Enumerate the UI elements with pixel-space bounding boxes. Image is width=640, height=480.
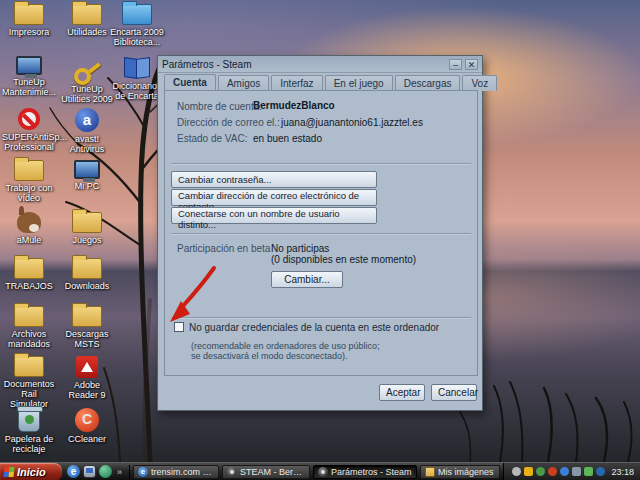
no-save-credentials-label: No guardar credenciales de la cuenta en … (189, 322, 439, 333)
change-password-button[interactable]: Cambiar contraseña... (171, 171, 377, 188)
desktop: Impresora Utilidades Encarta 2009 Biblio… (0, 0, 640, 480)
avast-icon (75, 108, 99, 132)
desktop-icon-trabajos[interactable]: TRABAJOS (2, 258, 56, 291)
windows-flag-icon (3, 467, 14, 477)
dialog-titlebar[interactable]: Parámetros - Steam – ✕ (158, 56, 482, 73)
tab-amigos[interactable]: Amigos (218, 75, 269, 91)
icon-label: Downloads (60, 281, 114, 291)
tray-clock-sync-icon[interactable] (560, 467, 569, 476)
taskbar-window-label: trensim.com - Ver T... (151, 467, 214, 477)
tab-voz[interactable]: Voz (462, 75, 497, 91)
beta-change-button[interactable]: Cambiar... (271, 271, 343, 288)
internet-explorer-icon: e (138, 467, 148, 477)
settings-tabs: Cuenta Amigos Interfaz En el juego Desca… (164, 75, 497, 91)
email-label: Dirección de correo el.: (177, 117, 280, 128)
folder-icon (72, 4, 102, 25)
login-different-user-button[interactable]: Conectarse con un nombre de usuario dist… (171, 207, 377, 224)
desktop-icon-ccleaner[interactable]: CCleaner (60, 408, 114, 444)
icon-label: TuneUp Mantenimie... (2, 77, 56, 97)
taskbar-window-steam-main[interactable]: STEAM - Bermudez... (222, 465, 310, 479)
cancel-button[interactable]: Cancelar (431, 384, 477, 401)
desktop-icon-downloads[interactable]: Downloads (60, 258, 114, 291)
desktop-icon-impresora[interactable]: Impresora (2, 4, 56, 37)
icon-label: Diccionarios de Encarta (110, 81, 164, 101)
tray-shield-icon[interactable] (524, 467, 533, 476)
minimize-icon[interactable]: – (449, 59, 462, 70)
tray-icon[interactable] (536, 467, 545, 476)
desktop-icon-descargas-msts[interactable]: Descargas MSTS (60, 306, 114, 349)
system-tray: 23:18 (503, 463, 640, 480)
steam-icon (227, 467, 237, 477)
desktop-icon-trabajo-video[interactable]: Trabajo con vídeo (2, 160, 56, 203)
tab-interfaz[interactable]: Interfaz (271, 75, 322, 91)
donkey-icon (17, 212, 41, 233)
account-name-label: Nombre de cuenta: (177, 101, 262, 112)
tab-cuenta[interactable]: Cuenta (164, 74, 216, 91)
credentials-note-line2: se desactivará el modo desconectado). (191, 351, 348, 361)
no-entry-icon (18, 108, 40, 130)
icon-label: aMule (2, 235, 56, 245)
key-icon (73, 56, 101, 82)
desktop-icon-juegos[interactable]: Juegos (60, 212, 114, 245)
tray-icon[interactable] (512, 467, 521, 476)
taskbar-window-steam-settings[interactable]: Parámetros - Steam (313, 465, 417, 479)
desktop-icon-avast[interactable]: avast! Antivirus (60, 108, 114, 154)
folder-icon (14, 258, 44, 279)
divider (171, 317, 471, 319)
folder-icon (14, 306, 44, 327)
folder-icon (72, 306, 102, 327)
icon-label: SUPERAntiSp... Professional (2, 132, 56, 152)
desktop-icon-adobe-reader[interactable]: Adobe Reader 9 (60, 356, 114, 400)
icon-label: Papelera de reciclaje (2, 434, 56, 454)
quick-launch-overflow-icon[interactable]: » (115, 467, 124, 477)
tray-display-icon[interactable] (572, 467, 581, 476)
taskbar-window-label: STEAM - Bermudez... (240, 467, 305, 477)
desktop-icon-diccionarios-encarta[interactable]: Diccionarios de Encarta (110, 56, 164, 101)
taskbar-window-trensim[interactable]: e trensim.com - Ver T... (133, 465, 219, 479)
internet-explorer-icon[interactable]: e (67, 465, 80, 478)
tray-network-icon[interactable] (596, 467, 605, 476)
tray-update-icon[interactable] (584, 467, 593, 476)
icon-label: Archivos mandados (2, 329, 56, 349)
steam-icon (318, 467, 328, 477)
desktop-icon-utilidades[interactable]: Utilidades (60, 4, 114, 37)
tray-avast-icon[interactable] (548, 467, 557, 476)
divider (171, 233, 471, 235)
start-label: Inicio (17, 466, 46, 478)
desktop-icon-amule[interactable]: aMule (2, 212, 56, 245)
recycle-bin-icon (18, 408, 40, 432)
desktop-icon-archivos-mandados[interactable]: Archivos mandados (2, 306, 56, 349)
account-panel: Nombre de cuenta: BermudezBlanco Direcci… (164, 90, 478, 376)
tab-descargas[interactable]: Descargas (395, 75, 461, 91)
folder-icon (72, 258, 102, 279)
show-desktop-icon[interactable] (83, 465, 96, 478)
start-button[interactable]: Inicio (0, 463, 62, 480)
no-save-credentials-checkbox[interactable] (174, 322, 184, 332)
folder-icon (14, 356, 44, 377)
folder-icon (14, 4, 44, 25)
close-icon[interactable]: ✕ (465, 59, 478, 70)
media-player-icon[interactable] (99, 465, 112, 478)
desktop-icon-papelera[interactable]: Papelera de reciclaje (2, 408, 56, 454)
ok-button[interactable]: Aceptar (379, 384, 425, 401)
desktop-icon-encarta-biblioteca[interactable]: Encarta 2009 Biblioteca... (110, 4, 164, 47)
change-email-button[interactable]: Cambiar dirección de correo electrónico … (171, 189, 377, 206)
folder-icon (72, 212, 102, 233)
taskbar-window-mis-imagenes[interactable]: Mis imágenes (420, 465, 500, 479)
adobe-reader-icon (76, 356, 98, 378)
tab-en-el-juego[interactable]: En el juego (325, 75, 393, 91)
desktop-icon-superantispyware[interactable]: SUPERAntiSp... Professional (2, 108, 56, 152)
icon-label: TuneUp Utilities 2009 (60, 84, 114, 104)
account-name-value: BermudezBlanco (253, 100, 335, 111)
desktop-icon-mi-pc[interactable]: Mi PC (60, 160, 114, 191)
quick-launch: e » (62, 465, 130, 479)
taskbar-window-label: Parámetros - Steam (331, 467, 412, 477)
tray-clock[interactable]: 23:18 (611, 467, 634, 477)
desktop-icon-tuneup-utilities[interactable]: TuneUp Utilities 2009 (60, 56, 114, 104)
icon-label: Utilidades (60, 27, 114, 37)
icon-label: Adobe Reader 9 (60, 380, 114, 400)
desktop-icon-tuneup-mantenimiento[interactable]: TuneUp Mantenimie... (2, 56, 56, 97)
books-icon (123, 56, 151, 79)
icon-label: TRABAJOS (2, 281, 56, 291)
desktop-icon-documentos-rail-simulator[interactable]: Documentos Rail Simulator (2, 356, 56, 409)
